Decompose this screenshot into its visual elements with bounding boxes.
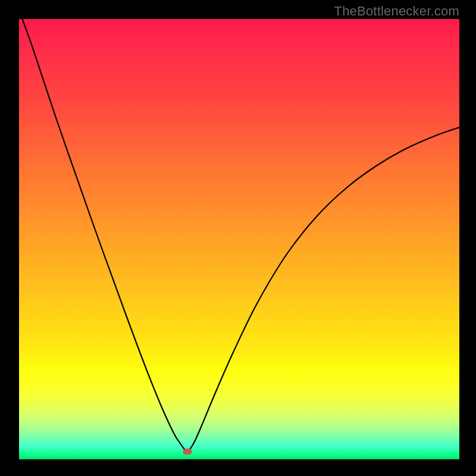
bottleneck-curve-path — [19, 19, 459, 452]
chart-plot-area — [19, 19, 459, 459]
valley-marker — [183, 449, 192, 455]
watermark-text: TheBottlenecker.com — [334, 4, 459, 19]
bottleneck-curve-svg — [19, 19, 459, 459]
